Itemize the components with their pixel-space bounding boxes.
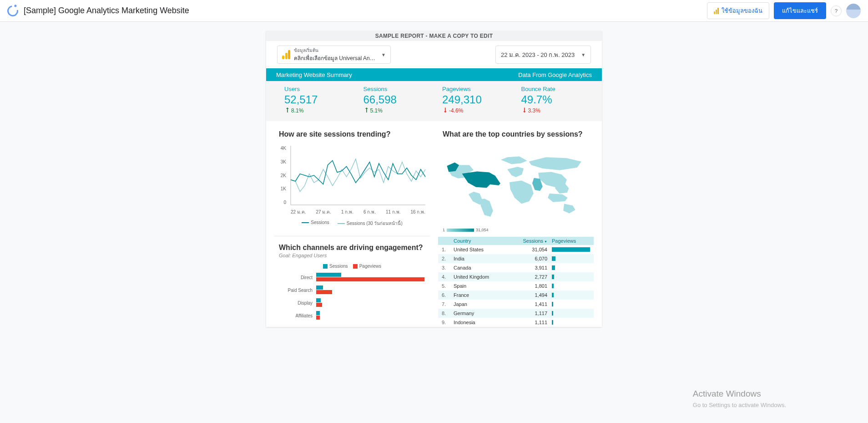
strip-left: Marketing Website Summary	[276, 71, 352, 78]
arrow-up-icon: 🠕	[284, 107, 290, 114]
table-row[interactable]: 9.Indonesia1,111	[438, 318, 594, 327]
col-sessions[interactable]: Sessions	[511, 238, 547, 244]
kpi-change: 🠗 3.3%	[521, 107, 592, 114]
kpi-users[interactable]: Users52,517🠕 8.1%	[276, 86, 355, 114]
country-name: Canada	[454, 265, 511, 270]
pageviews-bar	[552, 320, 553, 325]
channels-chart[interactable]: Sessions Pageviews DirectPaid SearchDisp…	[274, 258, 430, 321]
report-title: [Sample] Google Analytics Marketing Webs…	[24, 6, 189, 15]
col-country[interactable]: Country	[454, 238, 511, 244]
kpi-value: 49.7%	[521, 93, 592, 106]
sessions-value: 2,727	[511, 274, 547, 280]
sample-banner: SAMPLE REPORT - MAKE A COPY TO EDIT	[266, 31, 602, 41]
pageviews-bar	[552, 302, 553, 306]
country-table-header: Country Sessions Pageviews	[438, 237, 594, 245]
kpi-sessions[interactable]: Sessions66,598🠕 5.1%	[355, 86, 434, 114]
kpi-pageviews[interactable]: Pageviews249,310🠗 -4.6%	[434, 86, 513, 114]
user-avatar[interactable]	[846, 4, 861, 18]
kpi-value: 249,310	[442, 93, 513, 106]
divider	[274, 236, 430, 236]
data-source-label: ข้อมูลเริ่มต้น	[294, 47, 378, 54]
table-row[interactable]: 6.France1,494	[438, 290, 594, 300]
country-name: Indonesia	[454, 320, 511, 325]
pageviews-bar	[552, 256, 555, 261]
table-row[interactable]: 2.India6,070	[438, 254, 594, 263]
summary-strip: Marketing Website Summary Data From Goog…	[266, 68, 602, 81]
kpi-row: Users52,517🠕 8.1%Sessions66,598🠕 5.1%Pag…	[266, 81, 602, 121]
table-row[interactable]: 1.United States31,054	[438, 245, 594, 254]
arrow-up-icon: 🠕	[363, 107, 369, 114]
channel-label: Paid Search	[274, 288, 316, 293]
legend-sessions-prev: Sessions (30 วันก่อนหน้านี้)	[338, 220, 403, 227]
table-row[interactable]: 7.Japan1,411	[438, 300, 594, 309]
arrow-down-icon: 🠗	[521, 107, 527, 114]
trend-x-axis: 22 ม.ค.27 ม.ค.1 ก.พ.6 ก.พ.11 ก.พ.16 ก.พ.	[291, 207, 425, 215]
channel-bars	[316, 311, 430, 321]
col-pageviews[interactable]: Pageviews	[547, 238, 590, 244]
scale-max: 31,054	[476, 228, 489, 232]
kpi-change: 🠕 8.1%	[284, 107, 355, 114]
canvas-area: SAMPLE REPORT - MAKE A COPY TO EDIT ข้อม…	[0, 22, 868, 327]
pageviews-bar	[552, 311, 553, 316]
use-my-data-label: ใช้ข้อมูลของฉัน	[722, 6, 762, 15]
channel-bars	[316, 272, 430, 282]
channel-label: Affiliates	[274, 313, 316, 318]
watermark-sub: Go to Settings to activate Windows.	[693, 401, 786, 410]
channel-row: Affiliates	[274, 311, 430, 321]
map-color-scale: 1 31,054	[443, 228, 489, 232]
report-controls: ข้อมูลเริ่มต้น คลิกเพื่อเลือกข้อมูล Univ…	[266, 41, 602, 68]
country-name: India	[454, 256, 511, 261]
watermark-heading: Activate Windows	[693, 387, 786, 401]
data-source-value: คลิกเพื่อเลือกข้อมูล Universal Analytics	[294, 54, 378, 62]
sessions-value: 1,111	[511, 320, 547, 325]
channel-row: Display	[274, 298, 430, 308]
kpi-bounce-rate[interactable]: Bounce Rate49.7%🠗 3.3%	[513, 86, 592, 114]
country-name: United States	[454, 247, 511, 252]
channels-legend: Sessions Pageviews	[274, 264, 430, 269]
data-source-text: ข้อมูลเริ่มต้น คลิกเพื่อเลือกข้อมูล Univ…	[294, 47, 378, 62]
pageviews-bar	[316, 290, 332, 294]
left-column: How are site sessions trending? 4K3K2K1K…	[274, 130, 430, 327]
world-map-chart[interactable]: 1 31,054	[438, 146, 594, 232]
kpi-label: Users	[284, 86, 355, 92]
channel-bars	[316, 285, 430, 295]
kpi-value: 52,517	[284, 93, 355, 106]
date-range-picker[interactable]: 22 ม.ค. 2023 - 20 ก.พ. 2023 ▼	[495, 46, 591, 64]
date-range-value: 22 ม.ค. 2023 - 20 ก.พ. 2023	[501, 50, 575, 60]
sessions-bar	[316, 311, 320, 315]
table-row[interactable]: 4.United Kingdom2,727	[438, 272, 594, 281]
sessions-value: 1,117	[511, 311, 547, 316]
sessions-bar	[316, 273, 341, 277]
chevron-down-icon: ▼	[581, 52, 585, 57]
legend-sessions: Sessions	[302, 220, 329, 227]
table-row[interactable]: 3.Canada3,911	[438, 263, 594, 272]
trend-legend: Sessions Sessions (30 วันก่อนหน้านี้)	[274, 220, 430, 227]
help-button[interactable]: ?	[831, 5, 842, 16]
pageviews-bar	[552, 247, 590, 252]
kpi-change: 🠗 -4.6%	[442, 107, 513, 114]
strip-right: Data From Google Analytics	[518, 71, 592, 78]
pageviews-bar	[552, 284, 554, 288]
country-table[interactable]: Country Sessions Pageviews 1.United Stat…	[438, 232, 594, 327]
top-bar: [Sample] Google Analytics Marketing Webs…	[0, 0, 868, 22]
pageviews-bar	[316, 277, 424, 281]
table-row[interactable]: 8.Germany1,117	[438, 309, 594, 318]
country-name: Japan	[454, 301, 511, 307]
use-my-data-button[interactable]: ใช้ข้อมูลของฉัน	[707, 2, 769, 19]
header-left: [Sample] Google Analytics Marketing Webs…	[7, 5, 189, 16]
kpi-label: Sessions	[363, 86, 434, 92]
table-row[interactable]: 5.Spain1,801	[438, 281, 594, 290]
google-analytics-icon	[282, 50, 290, 59]
channels-subtitle: Goal: Engaged Users	[274, 253, 430, 258]
data-source-picker[interactable]: ข้อมูลเริ่มต้น คลิกเพื่อเลือกข้อมูล Univ…	[277, 46, 391, 64]
channels-title: Which channels are driving engagement?	[274, 244, 430, 252]
chevron-down-icon: ▼	[381, 52, 386, 57]
channel-label: Display	[274, 301, 316, 306]
channel-row: Paid Search	[274, 285, 430, 295]
sessions-trend-chart[interactable]: 4K3K2K1K0 22 ม.ค.27 ม.ค.1 ก.พ.6 ก.พ.11 ก…	[274, 146, 430, 216]
edit-and-share-button[interactable]: แก้ไขและแชร์	[774, 2, 826, 19]
sessions-value: 1,494	[511, 292, 547, 298]
sessions-value: 1,411	[511, 301, 547, 307]
pageviews-bar	[316, 316, 320, 320]
kpi-change: 🠕 5.1%	[363, 107, 434, 114]
